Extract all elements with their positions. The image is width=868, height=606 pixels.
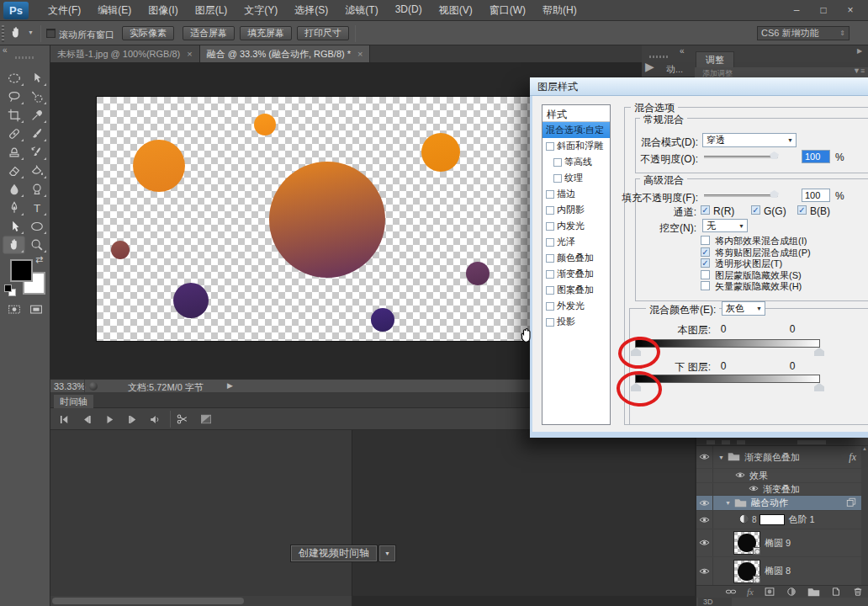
menu-item[interactable]: 窗口(W) <box>482 1 533 20</box>
levels-mask-thumbnail[interactable] <box>760 514 785 525</box>
workspace-select[interactable]: CS6 新增功能⇕ <box>757 26 849 40</box>
path-selection-tool-icon[interactable] <box>3 217 25 236</box>
menu-item[interactable]: 文件(F) <box>40 1 88 20</box>
channel-checkbox[interactable]: ✓ <box>701 205 710 215</box>
visibility-cell[interactable] <box>696 469 713 482</box>
actions-collapsed-label[interactable]: 动... <box>666 63 683 76</box>
style-item[interactable]: 光泽 <box>542 234 610 250</box>
menu-item[interactable]: 文字(Y) <box>236 1 285 20</box>
opacity-slider[interactable] <box>704 156 778 158</box>
style-item[interactable]: 等高线 <box>542 154 610 170</box>
style-checkbox[interactable] <box>546 142 554 151</box>
next-frame-icon[interactable] <box>123 411 141 428</box>
new-layer-icon[interactable] <box>830 586 842 598</box>
style-checkbox[interactable] <box>553 174 562 183</box>
visibility-cell[interactable] <box>696 496 713 510</box>
fill-opacity-slider[interactable] <box>704 194 778 197</box>
advanced-checkbox[interactable] <box>701 236 710 245</box>
create-timeline-dropdown-icon[interactable]: ▼ <box>379 545 395 561</box>
tab-3d[interactable]: 3D <box>698 598 732 606</box>
eraser-tool-icon[interactable] <box>3 162 25 180</box>
style-item[interactable]: 颜色叠加 <box>542 250 610 266</box>
maximize-button[interactable]: □ <box>812 3 834 18</box>
layer-row[interactable]: 渐变叠加 <box>696 483 863 496</box>
style-item[interactable]: 图案叠加 <box>542 282 610 298</box>
style-checkbox[interactable] <box>546 318 554 327</box>
menu-item[interactable]: 图像(I) <box>140 1 185 20</box>
mask-icon[interactable] <box>764 586 775 598</box>
folder-icon[interactable] <box>807 587 820 597</box>
menu-item[interactable]: 选择(S) <box>287 1 336 20</box>
blur-tool-icon[interactable] <box>3 180 25 199</box>
style-item[interactable]: 外发光 <box>542 298 610 314</box>
blend-mode-select[interactable]: 穿透▼ <box>702 133 797 147</box>
style-checkbox[interactable] <box>546 254 554 263</box>
quick-mask-icon[interactable] <box>7 303 22 316</box>
style-item[interactable]: 斜面和浮雕 <box>542 138 610 154</box>
advanced-checkbox[interactable]: ✓ <box>701 247 710 257</box>
dodge-tool-icon[interactable] <box>25 180 48 199</box>
play-icon[interactable] <box>100 411 119 428</box>
visibility-cell[interactable] <box>696 529 713 556</box>
menu-item[interactable]: 编辑(E) <box>90 1 139 20</box>
tab-close-icon[interactable]: × <box>357 45 363 62</box>
options-button[interactable]: 填充屏幕 <box>240 26 292 40</box>
menu-item[interactable]: 视图(V) <box>431 1 480 20</box>
expand-icon[interactable]: ▼ <box>718 454 724 460</box>
pen-tool-icon[interactable] <box>3 199 25 217</box>
style-checkbox[interactable] <box>546 302 554 311</box>
style-item[interactable]: 混合选项:自定 <box>542 122 610 138</box>
channel-checkbox[interactable]: ✓ <box>797 205 807 215</box>
tab-close-icon[interactable]: × <box>187 45 192 62</box>
options-button[interactable]: 打印尺寸 <box>297 26 349 40</box>
hand-tool-icon[interactable] <box>3 236 25 254</box>
layer-thumbnail[interactable] <box>733 531 760 555</box>
zoom-tool-icon[interactable] <box>25 236 48 254</box>
quick-selection-tool-icon[interactable] <box>25 88 48 106</box>
tab-adjustments[interactable]: 调整 <box>696 51 734 67</box>
timeline-scrollbar-thumb[interactable] <box>52 598 244 604</box>
swap-colors-icon[interactable]: ⇄ <box>35 254 43 265</box>
toolbar-grip[interactable] <box>15 56 34 59</box>
minimize-button[interactable]: – <box>786 3 807 18</box>
expand-icon[interactable]: ▼ <box>725 500 731 506</box>
document-tab[interactable]: 融合 @ 33.3% (融合动作, RGB/8) *× <box>200 45 371 62</box>
visibility-cell[interactable] <box>696 511 713 529</box>
eye-icon[interactable] <box>749 484 759 494</box>
dock-collapse-icon[interactable]: « <box>680 46 685 56</box>
style-checkbox[interactable] <box>546 222 554 231</box>
menu-item[interactable]: 滤镜(T) <box>337 1 385 20</box>
style-item[interactable]: 投影 <box>542 314 610 330</box>
style-checkbox[interactable] <box>546 206 554 215</box>
dock-expand-icon[interactable]: ▶ <box>857 47 862 55</box>
play-panel-icon[interactable]: ▶ <box>645 60 654 73</box>
adjustment-icon[interactable] <box>786 586 797 598</box>
first-frame-icon[interactable] <box>55 411 73 428</box>
knockout-select[interactable]: 无▼ <box>702 219 748 232</box>
visibility-cell[interactable] <box>696 446 713 468</box>
underlying-gradient-bar[interactable] <box>635 375 820 383</box>
style-checkbox[interactable] <box>546 238 554 247</box>
options-button[interactable]: 适合屏幕 <box>183 26 235 40</box>
crop-tool-icon[interactable] <box>3 106 25 125</box>
prev-frame-icon[interactable] <box>77 411 96 428</box>
layer-row[interactable]: ▼渐变颜色叠加fx <box>696 446 863 469</box>
style-checkbox[interactable] <box>546 286 554 295</box>
trash-icon[interactable] <box>852 586 864 598</box>
clone-stamp-tool-icon[interactable] <box>3 143 25 162</box>
link-icon[interactable] <box>725 586 737 598</box>
fx-icon[interactable]: fx <box>747 587 754 597</box>
audio-icon[interactable] <box>146 411 164 428</box>
menu-item[interactable]: 3D(D) <box>388 1 430 20</box>
scissors-icon[interactable] <box>173 411 192 428</box>
style-item[interactable]: 渐变叠加 <box>542 266 610 282</box>
menu-item[interactable]: 图层(L) <box>188 1 236 20</box>
channel-checkbox[interactable]: ✓ <box>751 205 760 215</box>
layer-row[interactable]: 椭圆 9 <box>696 529 863 557</box>
transition-icon[interactable] <box>197 411 215 428</box>
lasso-tool-icon[interactable] <box>3 88 25 106</box>
type-tool-icon[interactable]: T <box>25 199 48 217</box>
layer-thumbnail[interactable] <box>733 560 760 583</box>
default-colors-icon[interactable] <box>4 284 12 292</box>
artboard[interactable] <box>97 97 530 341</box>
